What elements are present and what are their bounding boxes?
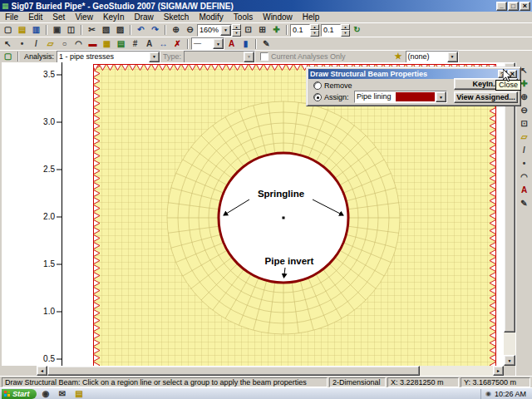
redraw-button[interactable]: ↻ bbox=[350, 24, 364, 37]
dimension-button[interactable]: ↔ bbox=[156, 37, 170, 50]
sketch-text-button[interactable]: A bbox=[142, 37, 156, 50]
zoom-extents-button[interactable]: ⊞ bbox=[255, 24, 269, 37]
tray-volume-icon[interactable]: ◉ bbox=[485, 390, 491, 397]
start-button[interactable]: Start bbox=[2, 389, 37, 399]
side-zoom-page-button[interactable]: ⊡ bbox=[517, 117, 531, 130]
maximize-button[interactable]: □ bbox=[508, 2, 519, 11]
side-draw-point-button[interactable]: • bbox=[517, 157, 531, 170]
line-style-combobox[interactable]: — ▼ bbox=[191, 37, 224, 50]
type-combobox: ▼ bbox=[184, 51, 255, 63]
draw-circle-button[interactable]: ○ bbox=[57, 37, 71, 50]
select-button[interactable]: ↖ bbox=[1, 37, 15, 50]
grid-spacing-x-value: 0.1 bbox=[291, 25, 309, 36]
remove-radio[interactable] bbox=[313, 81, 322, 90]
side-draw-arc-button[interactable]: ◠ bbox=[517, 170, 531, 183]
scroll-right-button[interactable]: ► bbox=[493, 366, 504, 376]
scroll-down-button[interactable]: ▼ bbox=[504, 355, 515, 366]
close-button[interactable]: × bbox=[520, 2, 530, 11]
print-button[interactable]: ▣ bbox=[50, 24, 64, 37]
menu-item-tools[interactable]: Tools bbox=[229, 12, 258, 22]
draw-beam-button[interactable]: ▬ bbox=[86, 37, 100, 50]
beam-property-dropdown-arrow[interactable]: ▼ bbox=[436, 91, 446, 102]
draw-lines-button[interactable]: / bbox=[29, 37, 43, 50]
view-assigned-button[interactable]: View Assigned... bbox=[454, 91, 518, 103]
print-preview-button[interactable]: ◫ bbox=[64, 24, 78, 37]
chevron-down-icon: ▼ bbox=[224, 27, 228, 32]
system-tray: ◉ 10:26 AM bbox=[480, 389, 530, 399]
copy-button[interactable]: ▧ bbox=[99, 24, 113, 37]
side-text-button[interactable]: A bbox=[517, 184, 531, 196]
analysis-dropdown-arrow[interactable]: ▼ bbox=[149, 52, 160, 62]
quick-launch-browser-button[interactable]: ◉ bbox=[39, 389, 53, 399]
redo-button[interactable]: ↷ bbox=[148, 24, 162, 37]
favorites-button[interactable]: ★ bbox=[392, 51, 406, 63]
zoom-in-button[interactable]: ⊕ bbox=[169, 24, 183, 37]
assign-option[interactable]: Assign: bbox=[313, 93, 349, 101]
grid-spacing-x-spinner[interactable]: ▲ ▼ bbox=[310, 24, 319, 37]
fill-color-button[interactable]: ▮ bbox=[239, 37, 253, 50]
quick-launch-mail-button[interactable]: ✉ bbox=[56, 389, 70, 399]
favorites-combobox[interactable]: (none) ▼ bbox=[406, 51, 459, 63]
model-view[interactable]: 3.5 3.0 2.5 2.0 1.5 1.0 0.5 Springline P… bbox=[2, 62, 504, 366]
menu-item-draw[interactable]: Draw bbox=[129, 12, 158, 22]
assign-radio[interactable] bbox=[313, 93, 322, 101]
draw-mesh-button[interactable]: # bbox=[128, 37, 142, 50]
side-draw-region-button[interactable]: ▱ bbox=[517, 131, 531, 143]
paste-button[interactable]: ▨ bbox=[113, 24, 127, 37]
vertical-scroll-thumb[interactable] bbox=[504, 73, 515, 332]
text-color-button[interactable]: A bbox=[224, 37, 239, 50]
analysis-combobox[interactable]: 1 - pipe stresses ▼ bbox=[57, 51, 160, 63]
erase-button[interactable]: ✗ bbox=[170, 37, 185, 50]
line-style-value: — bbox=[192, 38, 213, 49]
menu-item-help[interactable]: Help bbox=[298, 12, 325, 22]
menu-item-sketch[interactable]: Sketch bbox=[159, 12, 195, 22]
draw-regions-button[interactable]: ▱ bbox=[43, 37, 57, 50]
menu-item-keyin[interactable]: KeyIn bbox=[98, 12, 130, 22]
open-file-button[interactable]: ▤ bbox=[15, 24, 29, 37]
menu-item-set[interactable]: Set bbox=[47, 12, 70, 22]
beam-property-combobox[interactable]: Pipe lining ▼ bbox=[354, 91, 447, 103]
zoom-dropdown-arrow[interactable]: ▼ bbox=[220, 25, 231, 36]
sketch-pencil-button[interactable]: ✎ bbox=[259, 37, 273, 50]
favorites-dropdown-arrow[interactable]: ▼ bbox=[447, 52, 458, 62]
grid-spacing-y-input[interactable]: 0.1 bbox=[321, 24, 341, 37]
title-bar[interactable]: ▦ Sig07 Buried Pipe* - GeoStudio 2007 (S… bbox=[0, 0, 532, 12]
zoom-out-button[interactable]: ⊖ bbox=[183, 24, 197, 37]
favorites-value: (none) bbox=[406, 52, 447, 62]
new-file-button[interactable]: ▢ bbox=[1, 24, 15, 37]
side-pencil-button[interactable]: ✎ bbox=[517, 197, 531, 209]
vertical-scrollbar[interactable]: ▲ ▼ bbox=[504, 62, 515, 366]
line-style-dropdown-arrow[interactable]: ▼ bbox=[213, 38, 224, 49]
grid-spacing-x-input[interactable]: 0.1 bbox=[290, 24, 310, 37]
grid-spacing-y-spinner[interactable]: ▲ ▼ bbox=[341, 24, 350, 37]
menu-item-edit[interactable]: Edit bbox=[23, 12, 47, 22]
draw-points-button[interactable]: • bbox=[15, 37, 29, 50]
menu-item-window[interactable]: Window bbox=[258, 12, 298, 22]
draw-boundary-button[interactable]: ▤ bbox=[114, 37, 128, 50]
zoom-page-button[interactable]: ⊡ bbox=[241, 24, 255, 37]
remove-option[interactable]: Remove bbox=[313, 81, 352, 90]
menu-item-modify[interactable]: Modify bbox=[194, 12, 228, 22]
analysis-document-button[interactable]: ▢ bbox=[1, 51, 15, 63]
drawing-canvas[interactable]: 3.5 3.0 2.5 2.0 1.5 1.0 0.5 Springline P… bbox=[2, 62, 504, 366]
horizontal-scroll-thumb[interactable] bbox=[47, 366, 420, 376]
left-arrow-icon: ◄ bbox=[40, 368, 44, 373]
zoom-combobox[interactable]: 160% ▼ bbox=[197, 24, 232, 37]
draw-arc-button[interactable]: ◠ bbox=[71, 37, 86, 50]
menu-item-view[interactable]: View bbox=[70, 12, 98, 22]
quick-launch-folder-button[interactable]: ▤ bbox=[72, 389, 86, 399]
pan-button[interactable]: ✚ bbox=[269, 24, 283, 37]
draw-materials-button[interactable]: ▦ bbox=[100, 37, 114, 50]
cut-button[interactable]: ✂ bbox=[85, 24, 99, 37]
minimize-button[interactable]: _ bbox=[496, 2, 507, 11]
scroll-left-button[interactable]: ◄ bbox=[37, 366, 47, 376]
print-icon: ▣ bbox=[53, 26, 61, 34]
zoom-spinner[interactable]: ▲ ▼ bbox=[232, 24, 241, 37]
side-draw-line-button[interactable]: / bbox=[517, 144, 531, 156]
draw-toolbar: ↖ • / ▱ ○ ◠ ▬ ▦ ▤ # A ↔ ✗ — ▼ A ▮ ✎ bbox=[0, 37, 532, 50]
horizontal-scrollbar[interactable]: ◄ ► bbox=[37, 366, 504, 376]
menu-item-file[interactable]: File bbox=[0, 12, 23, 22]
save-button[interactable]: ▥ bbox=[29, 24, 43, 37]
undo-button[interactable]: ↶ bbox=[134, 24, 148, 37]
type-dropdown-arrow: ▼ bbox=[244, 52, 254, 62]
